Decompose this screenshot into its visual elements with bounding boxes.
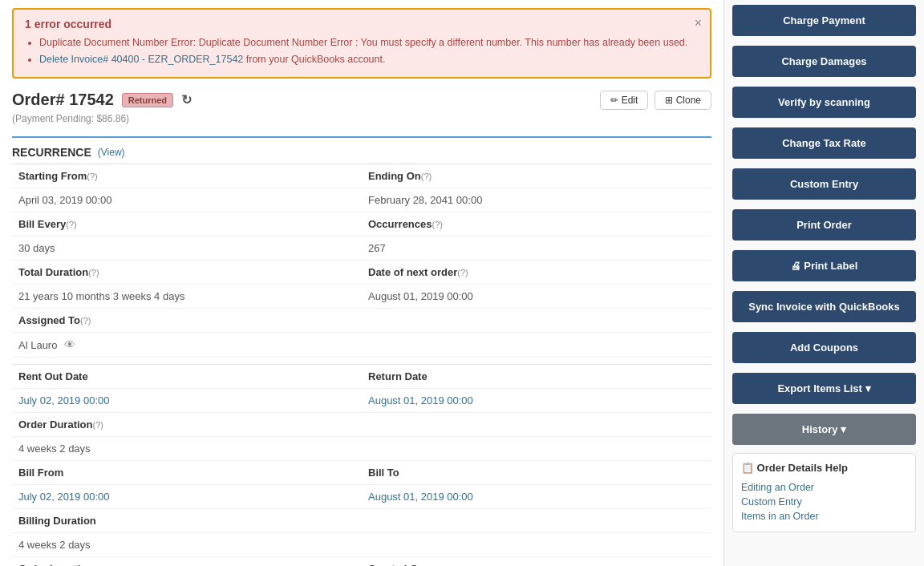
created-on-label: Created On	[362, 557, 711, 567]
alert-bullet-1: Duplicate Document Number Error: Duplica…	[39, 35, 699, 51]
occurrences-value: 267	[362, 237, 711, 261]
order-actions: ✏ Edit ⊞ Clone	[600, 91, 711, 110]
ending-on-value: February 28, 2041 00:00	[362, 188, 711, 212]
return-date-label: Return Date	[362, 365, 711, 389]
edit-button[interactable]: ✏ Edit	[600, 91, 648, 110]
help-link-items[interactable]: Items in an Order	[741, 509, 907, 524]
verify-scanning-button[interactable]: Verify by scanning	[732, 87, 916, 118]
recurrence-section: RECURRENCE (View) Starting From(?) Endin…	[12, 136, 711, 358]
billing-duration-label: Billing Duration	[12, 509, 362, 533]
order-status-badge: Returned	[122, 93, 173, 107]
alert-close-button[interactable]: ×	[695, 16, 702, 30]
alert-link-suffix: from your QuickBooks account.	[243, 54, 385, 65]
alert-body: Duplicate Document Number Error: Duplica…	[25, 35, 699, 67]
order-header: Order# 17542 Returned ↻ ✏ Edit ⊞ Clone	[12, 91, 711, 110]
assigned-eye-icon: 👁	[64, 338, 75, 351]
alert-quickbooks-link[interactable]: Delete Invoice# 40400 - EZR_ORDER_17542	[39, 54, 243, 65]
bill-every-value: 30 days	[12, 237, 362, 261]
order-duration-label: Order Duration(?)	[12, 413, 362, 437]
sidebar: Charge Payment Charge Damages Verify by …	[723, 0, 924, 566]
help-link-custom-entry[interactable]: Custom Entry	[741, 495, 907, 509]
starting-from-label: Starting From(?)	[12, 164, 362, 188]
charge-damages-button[interactable]: Charge Damages	[732, 46, 916, 77]
change-tax-rate-button[interactable]: Change Tax Rate	[732, 127, 916, 159]
rent-out-date-label: Rent Out Date	[12, 365, 362, 389]
help-link-editing[interactable]: Editing an Order	[741, 480, 907, 495]
total-duration-label: Total Duration(?)	[12, 261, 362, 285]
return-date-value: August 01, 2019 00:00	[362, 389, 711, 413]
bill-every-label: Bill Every(?)	[12, 212, 362, 237]
assigned-to-recurrence-spacer	[362, 309, 711, 333]
error-alert: × 1 error occurred Duplicate Document Nu…	[12, 8, 711, 79]
total-duration-value: 21 years 10 months 3 weeks 4 days	[12, 285, 362, 309]
bill-from-label: Bill From	[12, 461, 362, 485]
help-title: 📋 Order Details Help	[741, 462, 907, 474]
assigned-to-recurrence-label: Assigned To(?)	[12, 309, 362, 333]
alert-title: 1 error occurred	[25, 18, 699, 30]
custom-entry-button[interactable]: Custom Entry	[732, 168, 916, 200]
ending-on-label: Ending On(?)	[362, 164, 711, 188]
order-details-section: Rent Out Date Return Date July 02, 2019 …	[12, 364, 711, 567]
order-title-group: Order# 17542 Returned ↻	[12, 91, 192, 109]
history-button[interactable]: History ▾	[732, 414, 916, 445]
alert-bullet-2: Delete Invoice# 40400 - EZR_ORDER_17542 …	[39, 52, 699, 67]
assigned-to-recurrence-value: Al Lauro 👁	[12, 333, 362, 358]
rent-out-date-value: July 02, 2019 00:00	[12, 389, 362, 413]
occurrences-label: Occurrences(?)	[362, 212, 711, 237]
clone-button[interactable]: ⊞ Clone	[654, 91, 711, 110]
order-location-label: Order Location(?)	[12, 557, 362, 567]
print-label-button[interactable]: 🖨 Print Label	[732, 250, 916, 281]
recurrence-title: RECURRENCE (View)	[12, 138, 711, 164]
print-order-button[interactable]: Print Order	[732, 209, 916, 241]
bill-to-value: August 01, 2019 00:00	[362, 485, 711, 509]
billing-duration-value: 4 weeks 2 days	[12, 533, 362, 557]
charge-payment-button[interactable]: Charge Payment	[732, 5, 916, 36]
date-next-order-value: August 01, 2019 00:00	[362, 285, 711, 309]
refresh-icon[interactable]: ↻	[181, 92, 192, 107]
order-duration-value: 4 weeks 2 days	[12, 437, 362, 461]
order-number: Order# 17542	[12, 91, 114, 109]
date-next-order-label: Date of next order(?)	[362, 261, 711, 285]
payment-pending: (Payment Pending: $86.86)	[12, 113, 711, 124]
sync-quickbooks-button[interactable]: Sync Invoice with QuickBooks	[732, 291, 916, 322]
help-section: 📋 Order Details Help Editing an Order Cu…	[732, 453, 916, 532]
add-coupons-button[interactable]: Add Coupons	[732, 332, 916, 363]
export-items-button[interactable]: Export Items List ▾	[732, 373, 916, 404]
bill-to-label: Bill To	[362, 461, 711, 485]
bill-from-value: July 02, 2019 00:00	[12, 485, 362, 509]
starting-from-value: April 03, 2019 00:00	[12, 188, 362, 212]
recurrence-view-link[interactable]: (View)	[98, 147, 125, 158]
